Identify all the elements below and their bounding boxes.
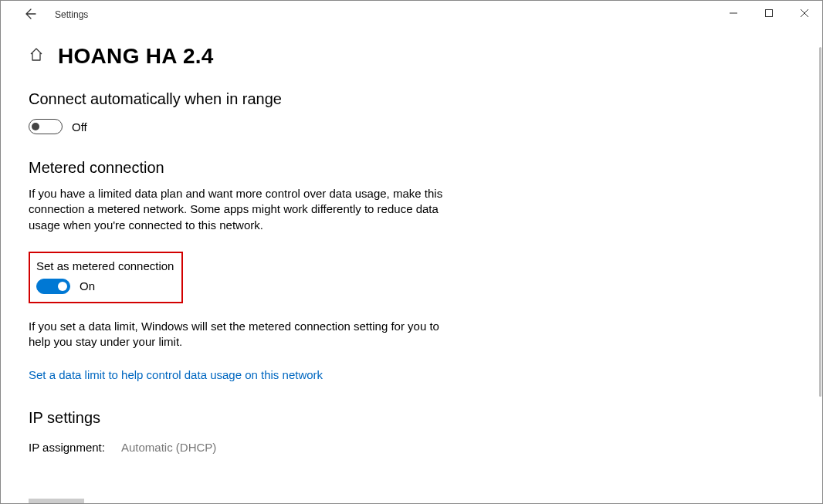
page-header: HOANG HA 2.4 — [29, 44, 794, 69]
toggle-knob — [58, 282, 67, 291]
ip-settings-title: IP settings — [29, 409, 794, 427]
back-arrow-icon[interactable] — [22, 8, 39, 22]
edit-button-hint — [29, 499, 84, 503]
metered-state: On — [80, 279, 95, 293]
connect-auto-title: Connect automatically when in range — [29, 90, 794, 108]
ip-assignment-label: IP assignment: — [29, 441, 121, 454]
svg-rect-1 — [766, 10, 773, 17]
connect-auto-toggle[interactable] — [29, 119, 63, 134]
connect-auto-toggle-row: Off — [29, 119, 794, 134]
title-bar: Settings — [1, 1, 822, 29]
minimize-button[interactable] — [716, 1, 751, 25]
close-button[interactable] — [787, 1, 822, 25]
content-area: HOANG HA 2.4 Connect automatically when … — [1, 29, 822, 503]
connect-auto-state: Off — [72, 120, 87, 134]
metered-description: If you have a limited data plan and want… — [29, 186, 449, 233]
home-icon[interactable] — [29, 47, 44, 66]
metered-limit-text: If you set a data limit, Windows will se… — [29, 319, 449, 350]
window-controls — [716, 1, 822, 25]
data-limit-link[interactable]: Set a data limit to help control data us… — [29, 368, 323, 381]
toggle-knob — [32, 123, 39, 130]
metered-setting-label: Set as metered connection — [36, 259, 174, 272]
metered-toggle-row: On — [36, 279, 174, 294]
metered-title: Metered connection — [29, 159, 794, 177]
maximize-button[interactable] — [751, 1, 787, 25]
page-title: HOANG HA 2.4 — [58, 44, 214, 69]
highlight-box: Set as metered connection On — [29, 252, 183, 303]
metered-toggle[interactable] — [36, 279, 70, 294]
ip-assignment-row: IP assignment: Automatic (DHCP) — [29, 441, 794, 454]
app-title: Settings — [55, 9, 88, 20]
ip-assignment-value: Automatic (DHCP) — [121, 441, 216, 454]
